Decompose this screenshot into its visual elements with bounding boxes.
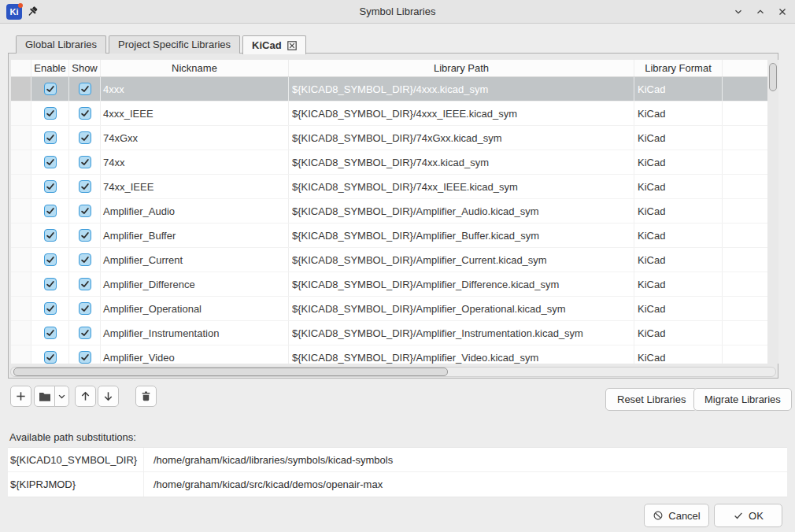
show-checkbox[interactable] — [79, 180, 91, 193]
enable-checkbox[interactable] — [44, 302, 57, 315]
migrate-libraries-button[interactable]: Migrate Libraries — [693, 388, 792, 411]
enable-checkbox[interactable] — [44, 180, 57, 193]
show-checkbox[interactable] — [79, 205, 91, 217]
move-up-button[interactable] — [75, 386, 96, 407]
close-icon[interactable] — [776, 6, 789, 18]
add-library-button[interactable] — [10, 386, 31, 407]
library-format-cell[interactable]: KiCad — [634, 199, 723, 223]
nickname-cell[interactable]: 74xx — [101, 150, 289, 174]
enable-checkbox[interactable] — [44, 229, 57, 242]
minimize-icon[interactable] — [732, 6, 745, 18]
library-path-cell[interactable]: ${KICAD8_SYMBOL_DIR}/Amplifier_Audio.kic… — [289, 199, 634, 223]
enable-checkbox[interactable] — [44, 278, 57, 290]
tab-kicad[interactable]: KiCad — [242, 35, 306, 54]
table-row[interactable]: 4xxx_IEEE${KICAD8_SYMBOL_DIR}/4xxx_IEEE.… — [11, 102, 767, 126]
table-row[interactable]: Amplifier_Buffer${KICAD8_SYMBOL_DIR}/Amp… — [11, 224, 767, 248]
nickname-cell[interactable]: Amplifier_Buffer — [101, 224, 289, 247]
library-path-cell[interactable]: ${KICAD8_SYMBOL_DIR}/74xx_IEEE.kicad_sym — [289, 175, 634, 198]
table-row[interactable]: Amplifier_Current${KICAD8_SYMBOL_DIR}/Am… — [11, 248, 767, 272]
library-format-cell[interactable]: KiCad — [634, 297, 723, 320]
delete-library-button[interactable] — [135, 386, 157, 407]
enable-checkbox[interactable] — [44, 83, 57, 95]
show-checkbox[interactable] — [79, 327, 91, 339]
library-path-cell[interactable]: ${KICAD8_SYMBOL_DIR}/Amplifier_Differenc… — [289, 272, 634, 296]
move-down-button[interactable] — [98, 386, 119, 407]
cancel-button[interactable]: Cancel — [644, 504, 709, 527]
maximize-icon[interactable] — [754, 6, 767, 18]
library-format-cell[interactable]: KiCad — [634, 77, 723, 101]
nickname-cell[interactable]: Amplifier_Audio — [101, 199, 289, 223]
show-checkbox[interactable] — [79, 107, 91, 120]
show-checkbox[interactable] — [79, 156, 91, 168]
show-checkbox[interactable] — [79, 278, 91, 290]
row-label-cell[interactable] — [11, 248, 31, 272]
nickname-cell[interactable]: 4xxx — [101, 77, 289, 101]
horizontal-scrollbar-thumb[interactable] — [13, 368, 448, 376]
row-label-cell[interactable] — [11, 126, 31, 150]
library-path-cell[interactable]: ${KICAD8_SYMBOL_DIR}/74xGxx.kicad_sym — [289, 126, 634, 150]
nickname-cell[interactable]: Amplifier_Difference — [101, 272, 289, 296]
nickname-cell[interactable]: 4xxx_IEEE — [101, 102, 289, 125]
nickname-cell[interactable]: 74xx_IEEE — [101, 175, 289, 198]
show-checkbox[interactable] — [79, 302, 91, 315]
tab-project-specific-libraries[interactable]: Project Specific Libraries — [109, 35, 240, 54]
row-label-cell[interactable] — [11, 102, 31, 125]
enable-checkbox[interactable] — [44, 351, 57, 364]
library-path-cell[interactable]: ${KICAD8_SYMBOL_DIR}/4xxx_IEEE.kicad_sym — [289, 102, 634, 125]
table-row[interactable]: Amplifier_Operational${KICAD8_SYMBOL_DIR… — [11, 297, 767, 321]
library-path-cell[interactable]: ${KICAD8_SYMBOL_DIR}/4xxx.kicad_sym — [289, 77, 634, 101]
library-path-cell[interactable]: ${KICAD8_SYMBOL_DIR}/Amplifier_Buffer.ki… — [289, 224, 634, 247]
browse-library-button[interactable] — [34, 386, 56, 407]
row-label-cell[interactable] — [11, 297, 31, 320]
vertical-scrollbar[interactable] — [767, 60, 778, 364]
horizontal-scrollbar[interactable] — [10, 367, 776, 377]
show-checkbox[interactable] — [79, 83, 91, 95]
show-checkbox[interactable] — [79, 131, 91, 144]
library-format-cell[interactable]: KiCad — [634, 150, 723, 174]
nickname-cell[interactable]: Amplifier_Current — [101, 248, 289, 272]
row-label-cell[interactable] — [11, 175, 31, 198]
table-row[interactable]: 74xGxx${KICAD8_SYMBOL_DIR}/74xGxx.kicad_… — [11, 126, 767, 150]
table-row[interactable]: Amplifier_Difference${KICAD8_SYMBOL_DIR}… — [11, 272, 767, 297]
row-label-cell[interactable] — [11, 150, 31, 174]
show-checkbox[interactable] — [79, 229, 91, 242]
enable-checkbox[interactable] — [44, 131, 57, 144]
library-path-cell[interactable]: ${KICAD8_SYMBOL_DIR}/Amplifier_Video.kic… — [289, 345, 634, 364]
enable-checkbox[interactable] — [44, 156, 57, 168]
show-checkbox[interactable] — [79, 351, 91, 364]
vertical-scrollbar-thumb[interactable] — [769, 63, 777, 91]
library-format-cell[interactable]: KiCad — [634, 126, 723, 150]
nickname-cell[interactable]: Amplifier_Instrumentation — [101, 321, 289, 345]
browse-library-dropdown-button[interactable] — [54, 386, 69, 407]
library-format-cell[interactable]: KiCad — [634, 224, 723, 247]
library-format-cell[interactable]: KiCad — [634, 321, 723, 345]
library-format-cell[interactable]: KiCad — [634, 102, 723, 125]
row-label-cell[interactable] — [11, 321, 31, 345]
row-label-cell[interactable] — [11, 272, 31, 296]
library-path-cell[interactable]: ${KICAD8_SYMBOL_DIR}/Amplifier_Operation… — [289, 297, 634, 320]
ok-button[interactable]: OK — [714, 504, 782, 527]
tab-global-libraries[interactable]: Global Libraries — [16, 35, 106, 54]
library-path-cell[interactable]: ${KICAD8_SYMBOL_DIR}/Amplifier_Current.k… — [289, 248, 634, 272]
enable-checkbox[interactable] — [44, 205, 57, 217]
show-checkbox[interactable] — [79, 253, 91, 266]
library-format-cell[interactable]: KiCad — [634, 272, 723, 296]
nickname-cell[interactable]: Amplifier_Operational — [101, 297, 289, 320]
enable-checkbox[interactable] — [44, 253, 57, 266]
library-format-cell[interactable]: KiCad — [634, 248, 723, 272]
row-label-cell[interactable] — [11, 224, 31, 247]
enable-checkbox[interactable] — [44, 327, 57, 339]
table-row[interactable]: 74xx${KICAD8_SYMBOL_DIR}/74xx.kicad_symK… — [11, 150, 767, 175]
tab-close-icon[interactable] — [287, 41, 297, 50]
table-row[interactable]: 4xxx${KICAD8_SYMBOL_DIR}/4xxx.kicad_symK… — [11, 77, 767, 102]
library-path-cell[interactable]: ${KICAD8_SYMBOL_DIR}/Amplifier_Instrumen… — [289, 321, 634, 345]
pin-icon[interactable] — [26, 6, 39, 18]
table-row[interactable]: Amplifier_Instrumentation${KICAD8_SYMBOL… — [11, 321, 767, 345]
table-row[interactable]: Amplifier_Video${KICAD8_SYMBOL_DIR}/Ampl… — [11, 345, 767, 364]
table-row[interactable]: 74xx_IEEE${KICAD8_SYMBOL_DIR}/74xx_IEEE.… — [11, 175, 767, 199]
reset-libraries-button[interactable]: Reset Libraries — [605, 388, 697, 411]
nickname-cell[interactable]: Amplifier_Video — [101, 345, 289, 364]
row-label-cell[interactable] — [11, 77, 31, 101]
enable-checkbox[interactable] — [44, 107, 57, 120]
library-path-cell[interactable]: ${KICAD8_SYMBOL_DIR}/74xx.kicad_sym — [289, 150, 634, 174]
